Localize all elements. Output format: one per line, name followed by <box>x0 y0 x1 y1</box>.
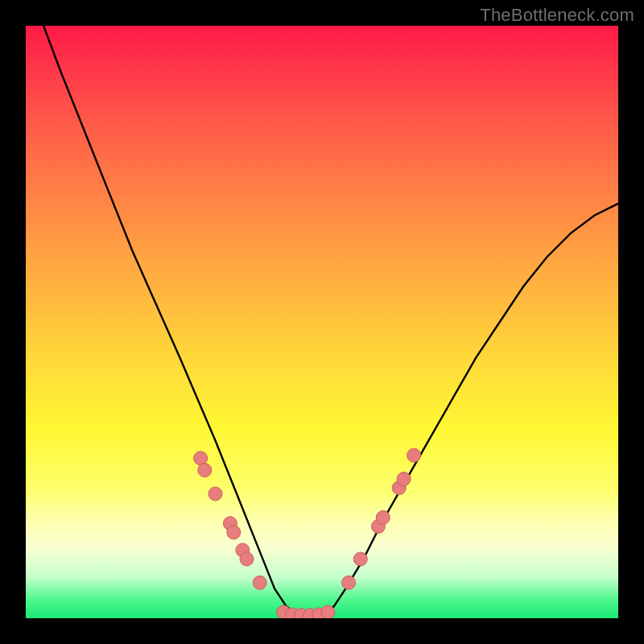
chart-frame: TheBottleneck.com <box>0 0 644 644</box>
data-point <box>342 576 356 589</box>
watermark-text: TheBottleneck.com <box>480 5 634 26</box>
data-point <box>198 464 212 477</box>
data-point <box>353 552 367 566</box>
data-point <box>376 510 390 524</box>
data-point <box>407 448 421 462</box>
bottleneck-curve <box>26 26 618 615</box>
data-point <box>240 552 254 566</box>
data-point <box>397 473 411 486</box>
data-point <box>208 487 222 501</box>
data-point <box>321 605 335 618</box>
plot-area <box>26 26 618 618</box>
curve-layer <box>26 26 618 618</box>
data-point <box>253 576 266 589</box>
data-point <box>227 526 241 539</box>
